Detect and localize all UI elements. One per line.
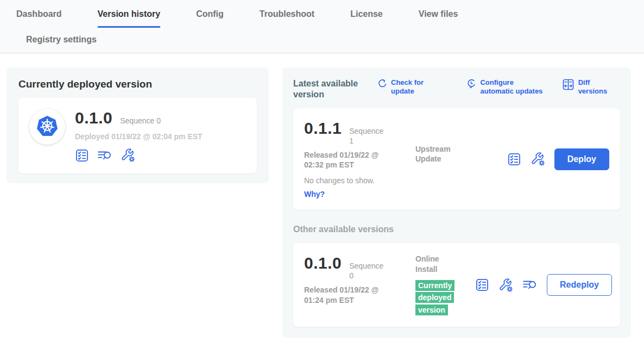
main-content: Currently deployed version [0, 53, 644, 348]
deploy-button[interactable]: Deploy [554, 148, 609, 170]
redeploy-button[interactable]: Redeploy [547, 274, 612, 296]
diff-versions-link[interactable]: Diff versions [562, 78, 620, 95]
tab-dashboard[interactable]: Dashboard [16, 9, 62, 28]
latest-version-number: 0.1.1 [304, 119, 342, 138]
top-nav: Dashboard Version history Config Trouble… [0, 0, 644, 53]
config-icon[interactable] [121, 148, 135, 163]
currently-deployed-badge: Currently deployed version [415, 280, 454, 315]
check-for-update-link[interactable]: Check for update [377, 78, 447, 95]
tab-version-history[interactable]: Version history [98, 9, 161, 28]
other-sequence-label: Sequence 0 [349, 262, 386, 281]
tab-troubleshoot[interactable]: Troubleshoot [260, 9, 314, 28]
latest-released-timestamp: Released 01/19/22 @ 02:32 pm EST [304, 150, 397, 170]
version-actions: Check for update Configure automatic upd… [377, 78, 620, 95]
other-release-card: 0.1.0 Sequence 0 Released 01/19/22 @ 01:… [293, 243, 620, 327]
why-link[interactable]: Why? [304, 190, 325, 198]
other-version-number: 0.1.0 [304, 254, 342, 272]
kubernetes-logo [29, 109, 65, 145]
tab-license[interactable]: License [350, 9, 383, 28]
config-icon[interactable] [498, 278, 513, 293]
configure-automatic-updates-link[interactable]: Configure automatic updates [466, 78, 543, 95]
other-available-versions-title: Other available versions [293, 225, 620, 234]
diff-icon [562, 78, 574, 91]
check-for-update-label: Check for update [391, 78, 447, 95]
tab-view-files[interactable]: View files [419, 9, 458, 28]
currently-deployed-title: Currently deployed version [18, 78, 257, 90]
latest-release-card: 0.1.1 Sequence 1 Released 01/19/22 @ 02:… [293, 108, 620, 210]
currently-deployed-panel: Currently deployed version [7, 67, 269, 183]
other-released-timestamp: Released 01/19/22 @ 01:24 pm EST [304, 285, 397, 304]
latest-release-actions: Deploy [507, 148, 609, 170]
release-notes-icon[interactable] [522, 278, 538, 292]
nav-row-1: Dashboard Version history Config Trouble… [0, 0, 644, 28]
deployed-version-card: 0.1.0 Sequence 0 Deployed 01/19/22 @ 02:… [18, 98, 257, 173]
other-release-actions: Redeploy [475, 274, 612, 296]
latest-available-header: Latest available version Check for updat… [293, 78, 620, 100]
preflight-checks-icon[interactable] [475, 278, 489, 292]
tab-config[interactable]: Config [196, 9, 224, 28]
release-notes-icon[interactable] [97, 148, 112, 163]
other-source-label: Online Install [415, 254, 460, 274]
diff-versions-label: Diff versions [578, 78, 620, 95]
deployed-timestamp: Deployed 01/19/22 @ 02:04 pm EST [75, 132, 203, 141]
preflight-checks-icon[interactable] [75, 148, 89, 163]
config-icon[interactable] [531, 152, 545, 166]
latest-available-panel: Latest available version Check for updat… [282, 67, 631, 338]
latest-source-label: Upstream Update [415, 144, 460, 164]
deployed-version-info: 0.1.0 Sequence 0 Deployed 01/19/22 @ 02:… [75, 109, 203, 163]
latest-available-title: Latest available version [293, 78, 374, 100]
tab-registry-settings[interactable]: Registry settings [26, 35, 97, 45]
preflight-checks-icon[interactable] [507, 152, 521, 166]
latest-sequence-label: Sequence 1 [349, 127, 386, 146]
refresh-icon [377, 78, 387, 89]
deployed-sequence-label: Sequence 0 [120, 116, 161, 125]
no-changes-text: No changes to show. [304, 176, 415, 185]
deployed-version-number: 0.1.0 [75, 109, 112, 127]
nav-row-2: Registry settings [0, 28, 644, 53]
schedule-refresh-icon [466, 78, 476, 89]
configure-automatic-updates-label: Configure automatic updates [480, 78, 543, 95]
